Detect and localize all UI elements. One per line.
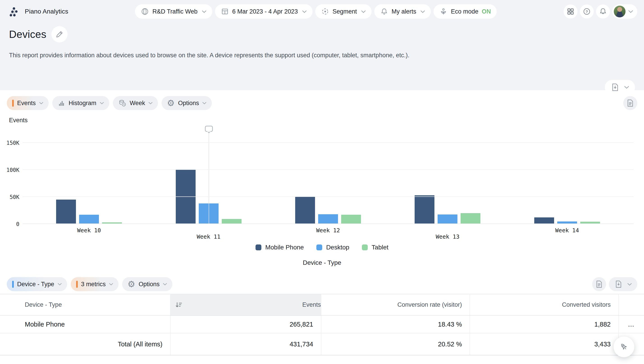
my-alerts-selector[interactable]: My alerts	[374, 4, 431, 19]
bar-tablet[interactable]	[222, 219, 242, 224]
notifications-button[interactable]	[596, 5, 610, 19]
bar-mobile-phone[interactable]	[414, 195, 434, 224]
avatar	[614, 6, 626, 17]
legend-item-tablet[interactable]: Tablet	[362, 244, 388, 251]
app-title: Piano Analytics	[25, 8, 68, 15]
y-axis-tick: 50K	[10, 194, 20, 200]
table-dimension-selector[interactable]: Device - Type	[7, 277, 67, 291]
page-title: Devices	[9, 28, 46, 40]
chevron-down-icon	[420, 10, 425, 13]
chart-metric-label: Events	[17, 100, 36, 107]
cell-device[interactable]: Mobile Phone	[0, 315, 170, 333]
chevron-down-icon	[109, 283, 113, 285]
pencil-icon	[55, 30, 64, 39]
bar-tablet[interactable]	[341, 215, 361, 224]
legend-label: Desktop	[326, 244, 349, 251]
chevron-down-icon	[202, 10, 206, 13]
table-row[interactable]: Mobile Phone 265,821 18.43 % 1,882 …	[0, 315, 644, 333]
chart-legend: Mobile Phone Desktop Tablet	[0, 244, 644, 251]
table-export-button[interactable]	[609, 277, 637, 291]
segment-target-icon	[321, 8, 329, 16]
chevron-down-icon	[39, 102, 43, 104]
chevron-down-icon	[628, 10, 633, 13]
user-menu[interactable]	[612, 4, 637, 19]
bar-desktop[interactable]	[79, 215, 99, 224]
column-header-events[interactable]: Events	[170, 294, 321, 315]
bar-mobile-phone[interactable]	[56, 200, 76, 224]
column-header-actions	[618, 294, 644, 315]
metrics-accent-bar	[76, 281, 78, 288]
chart-y-axis-title: Events	[9, 117, 644, 124]
download-document-icon	[611, 83, 620, 92]
row-actions-menu[interactable]: …	[618, 315, 644, 333]
y-axis-tick: 100K	[6, 167, 20, 173]
top-navigation-bar: Piano Analytics R&D Traffic Web	[0, 0, 644, 20]
chart-x-axis-title: Device - Type	[0, 259, 644, 266]
granularity-selector[interactable]: Week	[113, 96, 158, 110]
bar-mobile-phone[interactable]	[176, 170, 196, 224]
chart-notes-button[interactable]	[623, 96, 637, 110]
x-axis-label: Week 10	[77, 227, 101, 234]
cell-converted-visitors: 1,882	[470, 315, 618, 333]
help-button[interactable]: ?	[580, 5, 594, 19]
gridline	[22, 223, 634, 224]
svg-text:?: ?	[586, 10, 588, 14]
bell-icon	[380, 8, 388, 16]
legend-item-desktop[interactable]: Desktop	[316, 244, 349, 251]
chart-options-button[interactable]: ⚙ Options	[162, 96, 212, 110]
chart-metric-selector[interactable]: Events	[7, 96, 49, 110]
column-header-events-label: Events	[302, 301, 321, 308]
table-metrics-selector[interactable]: 3 metrics	[71, 277, 119, 291]
bar-groups: Week 10Week 11Week 12Week 13Week 14	[22, 127, 634, 224]
segment-selector[interactable]: Segment	[315, 4, 372, 19]
column-header-device-type[interactable]: Device - Type	[0, 294, 170, 315]
date-range-selector[interactable]: 6 Mar 2023 - 4 Apr 2023	[215, 4, 312, 19]
column-header-converted-visitors[interactable]: Converted visitors	[470, 294, 618, 315]
legend-label: Mobile Phone	[265, 244, 304, 251]
chart-type-selector[interactable]: Histogram	[52, 96, 109, 110]
bar-desktop[interactable]	[438, 214, 458, 224]
x-axis-label: Week 12	[316, 227, 340, 234]
gear-icon: ⚙	[167, 99, 175, 107]
bar-group-week-10: Week 10	[56, 127, 122, 224]
chevron-down-icon	[148, 102, 152, 104]
chevron-down-icon	[627, 283, 632, 286]
export-report-button[interactable]	[605, 80, 635, 95]
granularity-label: Week	[130, 100, 145, 107]
table-options-button[interactable]: ⚙ Options	[122, 277, 172, 291]
site-selector[interactable]: R&D Traffic Web	[135, 4, 212, 19]
my-alerts-label: My alerts	[392, 8, 416, 15]
table-notes-button[interactable]	[592, 277, 606, 291]
bar-tablet[interactable]	[460, 213, 480, 224]
globe-icon	[141, 8, 149, 16]
cell-events: 265,821	[170, 315, 321, 333]
metric-accent-bar	[12, 100, 14, 107]
chevron-down-icon	[163, 283, 167, 285]
header-block: Piano Analytics R&D Traffic Web	[0, 0, 644, 90]
legend-item-mobile-phone[interactable]: Mobile Phone	[256, 244, 304, 251]
table-dimension-label: Device - Type	[17, 281, 54, 288]
bar-mobile-phone[interactable]	[295, 197, 315, 224]
column-header-conversion-rate[interactable]: Conversion rate (visitor)	[321, 294, 470, 315]
eco-mode-toggle[interactable]: Eco mode ON	[434, 4, 497, 19]
edit-title-button[interactable]	[52, 26, 68, 42]
grid-icon	[566, 7, 575, 16]
apps-grid-button[interactable]	[564, 5, 578, 19]
bar-mobile-phone[interactable]	[534, 217, 554, 224]
chart-options-label: Options	[178, 100, 199, 107]
table-metrics-label: 3 metrics	[81, 281, 106, 288]
bar-desktop[interactable]	[318, 214, 338, 224]
comment-annotation-marker[interactable]	[209, 133, 209, 224]
table-header-row: Device - Type Events Conve	[0, 294, 644, 315]
cell-conversion-rate: 18.43 %	[321, 315, 470, 333]
document-icon	[626, 99, 634, 107]
site-selector-label: R&D Traffic Web	[152, 8, 198, 15]
eco-mode-label: Eco mode	[451, 8, 478, 15]
chevron-down-icon	[100, 102, 104, 104]
sort-descending-icon[interactable]	[175, 301, 182, 308]
boost-rocket-button[interactable]	[614, 336, 634, 357]
report-header: Devices This report provides information…	[0, 20, 644, 59]
gridline	[22, 142, 634, 143]
date-range-label: 6 Mar 2023 - 4 Apr 2023	[232, 8, 298, 15]
brand[interactable]: Piano Analytics	[7, 5, 68, 18]
